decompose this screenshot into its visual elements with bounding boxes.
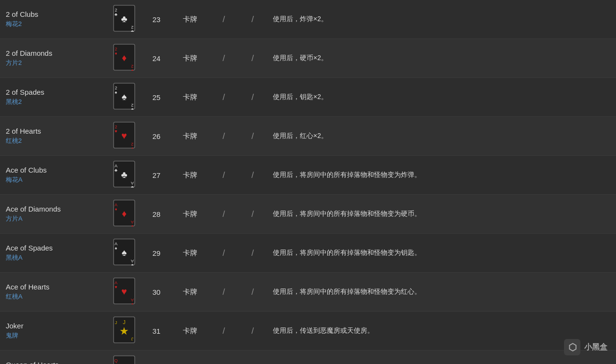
- slash-cell-1: /: [209, 273, 238, 312]
- item-name-cn: 梅花A: [6, 176, 100, 184]
- description-cell: 使用后，将房间中的所有掉落物和怪物变为红心。: [267, 273, 616, 312]
- number-cell: 31: [142, 312, 171, 351]
- type-cell: 卡牌: [171, 39, 209, 78]
- item-name-en: Ace of Hearts: [6, 283, 100, 291]
- number-cell: 23: [142, 0, 171, 39]
- svg-text:A: A: [130, 259, 133, 264]
- watermark: ⬡ 小黑盒: [564, 339, 607, 355]
- number-cell: 29: [142, 234, 171, 273]
- slash-cell-1: /: [209, 0, 238, 39]
- item-name-cn: 方片A: [6, 214, 100, 223]
- number-cell: 25: [142, 78, 171, 117]
- svg-text:♦: ♦: [115, 51, 117, 56]
- svg-text:J: J: [115, 320, 117, 325]
- item-name-cn: 红桃A: [6, 292, 100, 301]
- svg-text:2: 2: [131, 103, 133, 108]
- name-cell: 2 of Diamonds 方片2: [0, 39, 106, 78]
- slash-cell-1: /: [209, 234, 238, 273]
- svg-text:A: A: [130, 181, 133, 186]
- svg-text:♦: ♦: [131, 224, 133, 226]
- type-cell: 卡牌: [171, 195, 209, 234]
- icon-cell: 2 ♣ ♣ 2 ♣: [106, 0, 142, 39]
- slash-cell-1: /: [209, 351, 238, 364]
- svg-text:♣: ♣: [121, 169, 127, 180]
- item-name-en: 2 of Diamonds: [6, 49, 100, 57]
- svg-text:♠: ♠: [121, 91, 127, 102]
- svg-text:♥: ♥: [131, 146, 133, 149]
- name-cell: Ace of Clubs 梅花A: [0, 156, 106, 195]
- name-cell: Joker 鬼牌: [0, 312, 106, 351]
- svg-text:♣: ♣: [115, 12, 117, 17]
- slash-cell-2: /: [238, 234, 267, 273]
- svg-text:♠: ♠: [121, 247, 127, 258]
- slash-cell-2: /: [238, 39, 267, 78]
- description-cell: 使用后，将房间中的所有掉落物和怪物变为钥匙。: [267, 234, 616, 273]
- table-row: Queen of Hearts 红桃Q Q ♥ ♥ Q ♥ 79 卡牌 / / …: [0, 351, 616, 364]
- item-name-en: Ace of Spades: [6, 244, 100, 252]
- icon-cell: J ★ J J: [106, 312, 142, 351]
- svg-text:J: J: [131, 337, 133, 341]
- slash-cell-1: /: [209, 117, 238, 156]
- number-cell: 24: [142, 39, 171, 78]
- svg-text:2: 2: [131, 142, 133, 147]
- svg-text:★: ★: [119, 325, 129, 337]
- svg-text:♣: ♣: [115, 168, 117, 173]
- table-row: Ace of Diamonds 方片A A ♦ ♦ A ♦ 28 卡牌 / / …: [0, 195, 616, 234]
- table-row: 2 of Hearts 红桃2 2 ♥ ♥ 2 ♥ 26 卡牌 / / 使用后，…: [0, 117, 616, 156]
- icon-cell: 2 ♠ ♠ 2 ♠: [106, 78, 142, 117]
- card-icon: A ♦ ♦ A ♦: [113, 220, 135, 228]
- table-row: Joker 鬼牌 J ★ J J 31 卡牌 / / 使用后，传送到恶魔房或天使…: [0, 312, 616, 351]
- svg-text:♥: ♥: [121, 286, 127, 297]
- description-cell: 使用后，将房间中的所有掉落物和怪物变为炸弹。: [267, 156, 616, 195]
- item-name-cn: 方片2: [6, 59, 100, 67]
- slash-cell-1: /: [209, 39, 238, 78]
- slash-cell-1: /: [209, 312, 238, 351]
- description-cell: 使用后，炸弹×2。: [267, 0, 616, 39]
- item-name-en: 2 of Clubs: [6, 10, 100, 18]
- name-cell: Queen of Hearts 红桃Q: [0, 351, 106, 364]
- svg-text:2: 2: [131, 64, 133, 69]
- card-icon: 2 ♦ ♦ 2 ♦: [113, 64, 135, 72]
- type-cell: 卡牌: [171, 273, 209, 312]
- svg-text:♠: ♠: [131, 107, 133, 110]
- number-cell: 30: [142, 273, 171, 312]
- icon-cell: A ♠ ♠ A ♠: [106, 234, 142, 273]
- card-icon: J ★ J J: [113, 337, 135, 345]
- number-cell: 28: [142, 195, 171, 234]
- svg-text:A: A: [130, 298, 133, 302]
- table-row: 2 of Clubs 梅花2 2 ♣ ♣ 2 ♣ 23 卡牌 / / 使用后，炸…: [0, 0, 616, 39]
- svg-text:♣: ♣: [130, 29, 133, 32]
- item-name-en: Joker: [6, 322, 100, 330]
- table-row: Ace of Hearts 红桃A A ♥ ♥ A ♥ 30 卡牌 / / 使用…: [0, 273, 616, 312]
- name-cell: 2 of Clubs 梅花2: [0, 0, 106, 39]
- slash-cell-1: /: [209, 195, 238, 234]
- table-row: 2 of Diamonds 方片2 2 ♦ ♦ 2 ♦ 24 卡牌 / / 使用…: [0, 39, 616, 78]
- slash-cell-2: /: [238, 195, 267, 234]
- table-row: 2 of Spades 黑桃2 2 ♠ ♠ 2 ♠ 25 卡牌 / / 使用后，…: [0, 78, 616, 117]
- type-cell: 卡牌: [171, 0, 209, 39]
- card-icon: 2 ♥ ♥ 2 ♥: [113, 142, 135, 150]
- icon-cell: A ♦ ♦ A ♦: [106, 195, 142, 234]
- svg-text:♣: ♣: [121, 13, 127, 24]
- slash-cell-2: /: [238, 78, 267, 117]
- svg-text:♠: ♠: [131, 263, 133, 265]
- items-table: 2 of Clubs 梅花2 2 ♣ ♣ 2 ♣ 23 卡牌 / / 使用后，炸…: [0, 0, 616, 364]
- svg-text:A: A: [130, 220, 133, 225]
- description-cell: 使用后，红心×2。: [267, 117, 616, 156]
- svg-text:♠: ♠: [115, 90, 117, 95]
- number-cell: 79: [142, 351, 171, 364]
- type-cell: 卡牌: [171, 78, 209, 117]
- name-cell: Ace of Spades 黑桃A: [0, 234, 106, 273]
- slash-cell-2: /: [238, 0, 267, 39]
- svg-text:♥: ♥: [121, 130, 127, 141]
- item-name-cn: 黑桃2: [6, 98, 100, 106]
- name-cell: 2 of Spades 黑桃2: [0, 78, 106, 117]
- watermark-icon: ⬡: [564, 339, 580, 355]
- number-cell: 27: [142, 156, 171, 195]
- icon-cell: A ♥ ♥ A ♥: [106, 273, 142, 312]
- slash-cell-1: /: [209, 156, 238, 195]
- name-cell: Ace of Hearts 红桃A: [0, 273, 106, 312]
- type-cell: 卡牌: [171, 312, 209, 351]
- svg-text:♠: ♠: [115, 246, 117, 251]
- type-cell: 卡牌: [171, 351, 209, 364]
